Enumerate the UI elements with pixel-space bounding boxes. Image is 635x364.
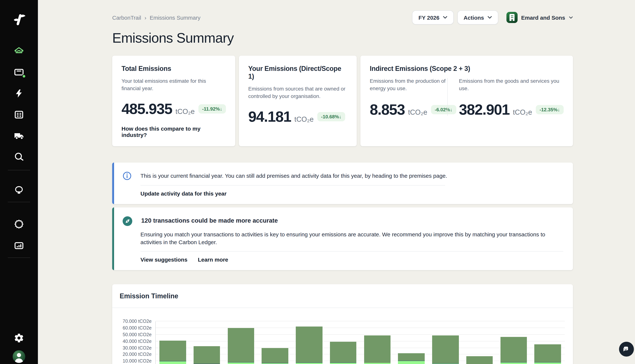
bar-segment-top-sage-green [466,356,493,364]
card-title: Total Emissions [121,65,226,73]
y-axis-tick-label: 70.000 tCO2e [123,319,152,324]
stacked-bar-apr-2025 [159,321,186,364]
summary-cards: Total Emissions Your total emissions est… [112,56,573,146]
plot-area: Apr 2025May 2025Jun 2025Jul 2025Aug 2025… [155,321,565,364]
org-switcher[interactable]: Emard and Sons [506,12,573,23]
carbontrail-logo[interactable] [11,12,27,28]
total-emissions-card: Total Emissions Your total emissions est… [112,56,235,146]
app-window: CarbonTrail › Emissions Summary FY 2026 … [0,0,635,364]
bar-segment-bottom-light-green [262,363,288,364]
chat-button[interactable] [619,342,634,356]
y-axis-tick-label: 20.000 tCO2e [123,352,152,357]
scope2-column: Emissions from the production of energy … [370,77,447,118]
records-table-icon [13,109,25,120]
stacked-bar-jul-2025 [262,321,288,364]
certification-seal-icon [13,218,25,230]
bar-segment-top-sage-green [159,340,186,361]
sidebar-user-avatar[interactable] [13,350,25,363]
view-suggestions-link[interactable]: View suggestions [140,256,187,263]
y-axis-tick-label: 40.000 tCO2e [123,338,152,344]
transactions-banner: 120 transactions could be made more accu… [112,207,573,270]
breadcrumb-root[interactable]: CarbonTrail [112,14,141,20]
unit-label: tCO₂e [294,115,314,123]
org-name: Emard and Sons [521,14,565,20]
stacked-bar-jun-2025 [228,321,254,364]
stacked-bar-aug-2025 [296,321,322,364]
bar-segment-bottom-light-green [330,363,356,364]
banner-message: This is your current financial year. You… [140,172,447,179]
unit-label: tCO₂e [513,108,532,116]
sidebar-item-home[interactable] [13,45,25,58]
sidebar-divider [8,202,30,202]
stacked-bar-nov-2025 [398,321,425,364]
sidebar-item-transport[interactable] [13,130,25,142]
info-icon [123,171,132,180]
banner-body: Ensuring you match your transactions to … [140,230,549,246]
bar-segment-bottom-light-green [296,363,322,364]
lightning-icon [14,89,24,98]
breadcrumb-current[interactable]: Emissions Summary [150,14,200,20]
bar-segment-middle-dark-teal [500,362,527,362]
bar-segment-bottom-light-green [534,362,561,364]
bar-segment-top-sage-green [432,336,459,363]
bar-segment-middle-dark-teal [228,362,254,362]
bar-segment-middle-dark-teal [193,364,220,364]
direct-emissions-card: Your Emissions (Direct/Scope 1) Emission… [239,56,357,146]
bar-chart-icon [13,240,25,251]
sidebar-item-reports[interactable] [13,239,25,252]
stacked-bar-feb-2026 [500,321,527,364]
banner-title: 120 transactions could be made more accu… [141,217,278,224]
banner-divider [140,185,445,185]
actions-button[interactable]: Actions [457,10,498,24]
chevron-down-icon [443,16,447,19]
change-badge: -10.68%↓ [317,112,345,121]
fy-selector-button[interactable]: FY 2026 [412,10,454,24]
bar-segment-bottom-light-green [500,362,527,364]
direct-emissions-value: 94.181 [248,108,291,125]
stacked-bar-dec-2025 [432,321,459,364]
chevron-down-icon [569,16,573,19]
y-axis-tick-label: 10.000 tCO2e [123,358,152,364]
actions-button-label: Actions [464,14,484,20]
bar-segment-middle-dark-teal [296,362,322,363]
chevron-down-icon [487,16,492,19]
sidebar-item-search[interactable] [13,151,25,163]
page-title: Emissions Summary [112,30,573,46]
y-axis-tick-label: 30.000 tCO2e [123,345,152,350]
scope2-value: 8.853 [370,101,405,118]
banner-accent [112,207,114,270]
person-icon [13,350,25,363]
fy-selector-label: FY 2026 [418,14,439,20]
sidebar-item-settings[interactable] [13,332,25,344]
avatar [13,350,25,363]
card-title: Your Emissions (Direct/Scope 1) [248,65,347,80]
emission-timeline-chart: 0 tCO2e10.000 tCO2e20.000 tCO2e30.000 tC… [112,308,573,364]
banner-accent [112,162,114,204]
sidebar-item-carbon-ledger[interactable] [13,66,25,79]
main-area: CarbonTrail › Emissions Summary FY 2026 … [38,0,635,364]
search-icon [13,152,25,162]
learn-more-link[interactable]: Learn more [198,256,228,263]
sidebar-item-certifications[interactable] [13,218,25,230]
industry-compare-link[interactable]: How does this compare to my industry? [121,125,226,138]
stacked-bar-mar-2026 [534,321,561,364]
total-emissions-value: 485.935 [121,100,172,117]
stacked-bar-sept-2025 [330,321,356,364]
card-description: Your total emissions estimate for this f… [121,77,226,92]
update-activity-link[interactable]: Update activity data for this year [140,190,227,196]
lightbulb-icon [13,185,25,196]
unit-label: tCO₂e [408,108,427,116]
sidebar-item-ideas[interactable] [13,184,25,197]
stacked-bar-oct-2025 [364,321,390,364]
org-building-icon [506,12,517,23]
y-axis-tick-label: 50.000 tCO2e [123,332,152,337]
sidebar-item-records[interactable] [13,108,25,121]
chat-bubble-icon [622,345,630,353]
sidebar-item-energy[interactable] [13,87,25,100]
bar-segment-middle-dark-teal [159,361,186,362]
bar-segment-top-sage-green [193,346,220,364]
stacked-bar-may-2025 [193,321,220,364]
notification-dot [22,74,26,78]
scope3-column: Emissions from the goods and services yo… [448,77,564,118]
header-controls: FY 2026 Actions Emard and Sons [412,10,573,24]
